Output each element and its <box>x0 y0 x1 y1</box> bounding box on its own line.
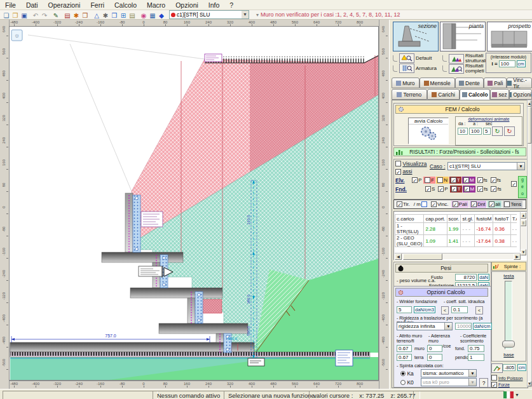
menu-ferri[interactable]: Ferri <box>85 1 109 9</box>
play-animation-button[interactable]: ↻ <box>492 126 503 136</box>
chevron-down-icon[interactable]: ▼ <box>468 370 476 377</box>
winkler-input[interactable]: 5 <box>397 306 412 313</box>
attrito-terra-input[interactable]: 0.67 <box>397 354 412 361</box>
shield-icon[interactable]: ◆ <box>157 11 166 20</box>
results-table[interactable]: c.caricocap.port.scor.st.gl.fustoMfustoT… <box>395 214 517 247</box>
result-token-p[interactable]: P <box>437 186 449 193</box>
result-token-f[interactable]: F <box>423 177 435 184</box>
drawing-canvas[interactable]: -480-400-320-240-160-8008016024032040048… <box>0 20 389 389</box>
open-folder-icon[interactable]: ❐ <box>11 11 20 20</box>
help-button[interactable]: ? <box>479 378 488 388</box>
checkbox[interactable] <box>453 201 458 207</box>
rigidezza-input[interactable]: 10000 <box>455 323 472 330</box>
case-selector-combo[interactable]: c1)[STR] SLU ▼ <box>169 10 249 19</box>
k0-combo[interactable]: usa k0 puro ▼ <box>421 378 477 386</box>
new-file-icon[interactable]: ❏ <box>2 11 11 20</box>
checkbox[interactable] <box>395 161 401 166</box>
chevron-down-icon[interactable]: ▼ <box>242 11 249 18</box>
result-token-n[interactable]: N <box>436 177 449 184</box>
stop-animation-button[interactable]: ↻ <box>504 126 515 136</box>
checkbox[interactable] <box>477 186 483 192</box>
book-icon[interactable]: ❒ <box>81 11 90 20</box>
rigidezza-combo[interactable]: rigidezza infinita ▼ <box>397 322 453 330</box>
chevron-down-icon[interactable]: ▼ <box>515 393 519 397</box>
settings-gear-icon[interactable]: ✱ <box>101 11 110 20</box>
table-header-cell[interactable]: scor. <box>447 215 461 223</box>
result-token--m[interactable]: / m <box>413 201 428 208</box>
result-token-t[interactable]: T <box>449 177 461 184</box>
language-selector[interactable]: ▼ <box>503 391 519 398</box>
section-drawing[interactable]: 757.0 <box>9 26 379 381</box>
panel-scrollbar[interactable]: ▲ ▼ <box>527 100 532 387</box>
result-token-p[interactable]: P <box>411 177 423 184</box>
spinte-slider-track[interactable] <box>505 281 512 349</box>
tab-sez[interactable]: sez <box>490 89 509 100</box>
checkbox[interactable] <box>463 177 469 183</box>
canvas-orientation-icon[interactable]: ☼ <box>11 30 22 41</box>
chevron-down-icon[interactable]: ▼ <box>444 323 452 330</box>
checkbox[interactable] <box>431 201 437 207</box>
forze-checkbox[interactable]: Forze <box>491 382 510 388</box>
attrito-muro-input[interactable]: 0.67 <box>397 345 412 352</box>
scroll-up-icon[interactable]: ▲ <box>521 212 526 219</box>
tab-muro[interactable]: Muro <box>392 78 419 88</box>
panel-scroll-thumb[interactable] <box>528 107 531 144</box>
geo-checkbox[interactable] <box>511 181 517 187</box>
spinte-slider-handle[interactable] <box>502 341 515 348</box>
result-token-m[interactable]: M <box>462 177 475 184</box>
aderenza-muro-input[interactable]: 0 <box>427 345 442 352</box>
spinte-quota-input[interactable]: -805 <box>503 364 515 371</box>
scroll-left-icon[interactable]: ◀ <box>395 254 402 260</box>
menu-operazioni[interactable]: Operazioni <box>43 1 86 9</box>
deform-a-input[interactable]: 100 <box>469 128 482 135</box>
checkbox[interactable] <box>464 186 470 192</box>
edit-icon[interactable]: ✎ <box>51 11 60 20</box>
table-header-cell[interactable]: T.cls <box>510 215 517 223</box>
tab-pali[interactable]: Pali <box>484 78 507 88</box>
interasse-input[interactable]: 100 <box>499 60 515 67</box>
checkbox[interactable] <box>425 177 430 183</box>
caso-combo[interactable]: c1)[STR] SLU ▼ <box>447 162 525 170</box>
menu-file[interactable]: File <box>0 1 21 9</box>
checkbox[interactable] <box>395 169 401 175</box>
tab-mensole[interactable]: Mensole <box>419 78 455 88</box>
table-row[interactable]: 2 - GEO (SLU_GEO)1.091.41- - --17.640.38… <box>395 235 517 247</box>
result-token-s[interactable]: S <box>424 186 436 193</box>
testa-label[interactable]: testa <box>503 273 514 279</box>
scroll-down-icon[interactable]: ▼ <box>528 381 531 386</box>
checkbox[interactable] <box>491 177 496 183</box>
checkbox[interactable] <box>425 186 431 192</box>
result-token-fs[interactable]: fs <box>489 177 502 184</box>
checkbox[interactable] <box>451 177 456 183</box>
checkbox[interactable] <box>451 186 457 192</box>
tab-dente[interactable]: Dente <box>455 78 484 88</box>
ka-radio[interactable]: Ka <box>400 370 414 377</box>
deform-da-input[interactable]: 10 <box>458 128 468 135</box>
result-token-vinc-[interactable]: Vinc. <box>430 201 450 208</box>
result-token-fs[interactable]: fs <box>476 177 489 184</box>
spinte-edit-button[interactable] <box>491 363 503 373</box>
tab-opzioni[interactable]: Opzioni <box>509 89 532 100</box>
checkbox[interactable] <box>438 186 444 192</box>
chevron-down-icon[interactable]: ▼ <box>517 163 524 170</box>
view-tile-pianta[interactable]: pianta <box>440 22 486 51</box>
visualizza-checkbox[interactable]: Visualizza <box>395 161 427 167</box>
result-token-tir-[interactable]: Tir. <box>395 201 411 208</box>
table-row[interactable]: 1 - STR(SLU)2.281.99- - --16.740.36- - -… <box>395 223 517 235</box>
document-icon[interactable]: ▤ <box>128 11 137 20</box>
result-token-t[interactable]: T <box>450 186 462 193</box>
table-vscrollbar[interactable]: ▲ ≡ ▼ <box>520 212 526 252</box>
default-view-button[interactable] <box>399 53 414 63</box>
table-header-cell[interactable]: fustoT <box>493 215 510 223</box>
table-menu-icon[interactable]: ≡ <box>521 220 526 226</box>
risultati-completi-button[interactable] <box>449 64 464 74</box>
checkbox[interactable] <box>477 177 483 183</box>
table-header-cell[interactable]: c.carico <box>395 215 424 223</box>
menu-macro[interactable]: Macro <box>142 1 170 9</box>
checkbox[interactable] <box>437 177 443 183</box>
table-hscrollbar[interactable]: ◀ ▶ <box>395 253 521 259</box>
result-token-dnt[interactable]: Dnt <box>470 201 486 208</box>
coeff-picker-button[interactable]: < <box>475 306 483 314</box>
coeff-fond-input[interactable]: 0.75 <box>468 345 484 352</box>
macro-icon[interactable]: ✱ <box>72 11 81 20</box>
